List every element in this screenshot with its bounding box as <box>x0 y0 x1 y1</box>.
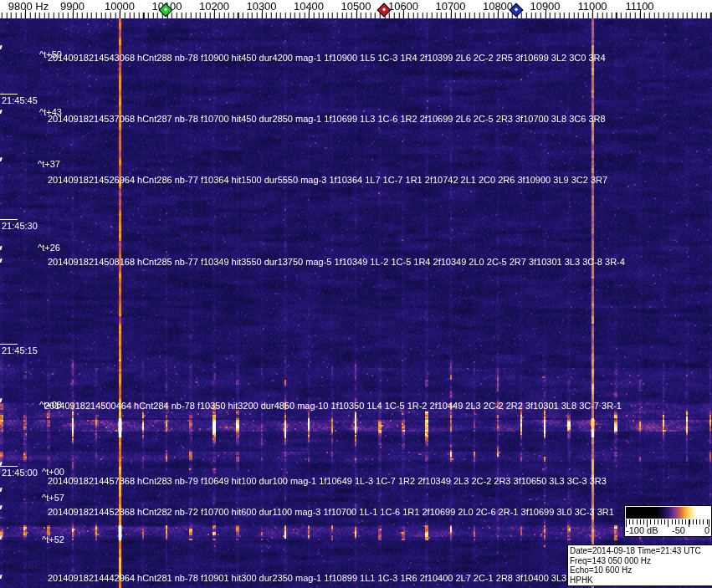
legend-mid-label: -50 <box>672 525 685 535</box>
ruler-tick-label: 10500 <box>341 1 371 12</box>
event-detection-line: 20140918214442964 hCnt281 nb-78 f10901 h… <box>48 574 581 583</box>
event-time-mark: ^t+52 <box>42 535 64 545</box>
time-label: 21:45:30 <box>2 221 38 231</box>
left-event-tick <box>0 398 3 402</box>
left-event-tick <box>0 505 3 509</box>
legend-major-tick <box>709 519 709 527</box>
event-detection-line: 20140918214457368 hCnt283 nb-79 f10649 h… <box>48 477 607 486</box>
info-box-line: HPHK <box>570 575 712 585</box>
ruler-tick-label: 10700 <box>435 1 465 12</box>
ruler-tick-label: 9900 <box>60 1 85 12</box>
event-time-mark: ^t+26 <box>38 243 60 253</box>
time-tick-line <box>0 466 18 467</box>
frequency-ruler[interactable]: 9800 Hz990010000101001020010300104001050… <box>0 0 712 18</box>
ruler-tick-label: 10600 <box>388 1 418 12</box>
left-event-tick <box>0 157 3 161</box>
legend-major-tick <box>626 519 627 527</box>
ruler-tick-label: 11100 <box>625 1 653 12</box>
left-event-tick <box>0 258 3 263</box>
left-event-tick <box>0 110 3 114</box>
info-box-line: Echo=10 600 Hz <box>570 565 712 575</box>
event-detection-line: 20140918214508168 hCnt285 nb-77 f10349 h… <box>48 258 625 267</box>
time-label: 21:45:15 <box>2 345 38 355</box>
info-box-line: Freq=143 050 000 Hz <box>570 556 712 566</box>
ruler-tick-label: 10900 <box>530 1 560 12</box>
ruler-tick-label: 10200 <box>199 1 229 12</box>
event-detection-line: 20140918214452368 hCnt282 nb-72 f10700 h… <box>48 508 614 517</box>
event-detection-line: 20140918214537068 hCnt287 nb-78 f10700 h… <box>48 115 606 124</box>
left-event-tick <box>0 246 3 250</box>
event-detection-line: 20140918214500464 hCnt284 nb-78 f10350 h… <box>44 401 622 411</box>
db-scale-legend: -100 dB -50 0 <box>624 505 712 537</box>
time-label: 21:45:00 <box>2 468 38 478</box>
event-detection-line: 20140918214543068 hCnt288 nb-78 f10900 h… <box>48 54 606 63</box>
ruler-tick-label: 10300 <box>246 1 276 12</box>
event-detection-line: 20140918214526964 hCnt286 nb-77 f10364 h… <box>48 176 607 185</box>
time-tick-line <box>0 219 18 220</box>
status-info-box: Date=2014-09-18 Time=21:43 UTCFreq=143 0… <box>567 545 712 586</box>
ruler-tick-label: 11000 <box>577 1 607 12</box>
time-tick-line <box>0 344 18 345</box>
time-tick-line <box>0 94 18 95</box>
annotation-overlay: ^t+5020140918214543068 hCnt288 nb-78 f10… <box>0 0 712 588</box>
spectrum-monitor-window: 9800 Hz990010000101001020010300104001050… <box>0 0 712 588</box>
ruler-tick-label: 9800 Hz <box>8 1 49 12</box>
left-event-tick <box>0 575 3 579</box>
time-label: 21:45:45 <box>2 95 38 105</box>
left-event-tick <box>0 45 3 49</box>
ruler-tick-label: 10400 <box>294 1 324 12</box>
legend-major-tick <box>689 519 689 527</box>
left-event-tick <box>0 535 3 539</box>
left-event-tick <box>0 488 3 492</box>
legend-min-label: -100 dB <box>626 525 658 535</box>
event-time-mark: ^t+37 <box>38 160 60 169</box>
legend-major-tick <box>668 519 668 527</box>
colormap-gradient <box>626 507 710 519</box>
legend-major-tick <box>647 519 648 527</box>
event-time-mark: ^t+57 <box>42 493 64 503</box>
info-box-line: Date=2014-09-18 Time=21:43 UTC <box>570 546 712 556</box>
ruler-tick-label: 10000 <box>105 1 135 12</box>
